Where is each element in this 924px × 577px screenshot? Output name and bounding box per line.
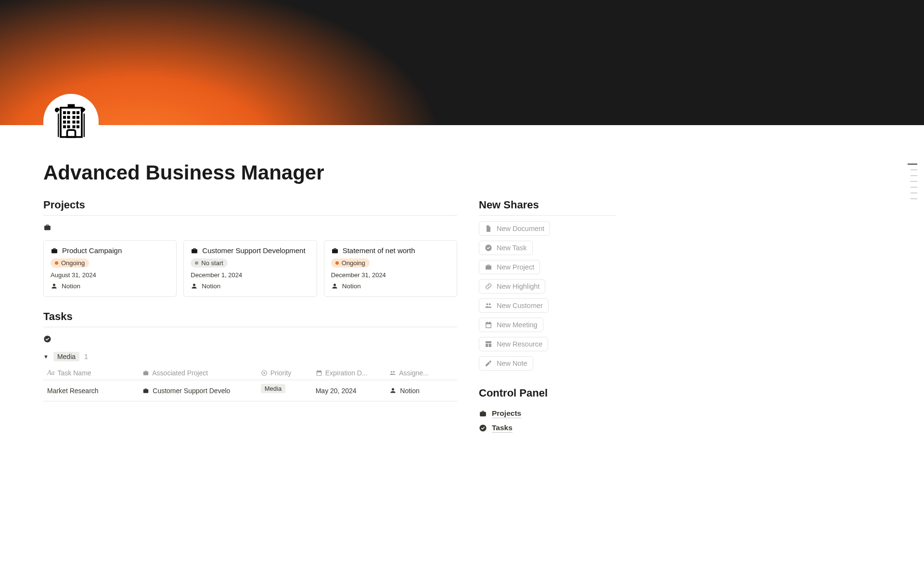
- briefcase-icon: [51, 247, 58, 255]
- task-project-cell: Customer Support Develo: [153, 387, 230, 395]
- col-priority[interactable]: Priority: [270, 369, 292, 377]
- project-title: Customer Support Development: [202, 246, 305, 255]
- tasks-heading: Tasks: [43, 310, 457, 327]
- project-card[interactable]: Customer Support Development No start De…: [183, 240, 317, 297]
- svg-rect-17: [63, 125, 65, 128]
- task-expiration-cell: May 20, 2024: [316, 387, 357, 395]
- check-circle-icon: [43, 335, 51, 343]
- new-project-button[interactable]: New Project: [479, 260, 540, 274]
- cover-image: [0, 0, 924, 125]
- project-date: August 31, 2024: [51, 271, 169, 279]
- person-icon: [331, 282, 338, 290]
- project-owner: Notion: [331, 282, 450, 290]
- svg-rect-8: [76, 111, 79, 114]
- svg-rect-4: [67, 104, 75, 107]
- svg-rect-7: [72, 111, 75, 114]
- briefcase-icon: [43, 223, 51, 231]
- svg-rect-20: [76, 125, 79, 128]
- new-note-button[interactable]: New Note: [479, 356, 533, 371]
- briefcase-icon: [331, 247, 339, 255]
- task-group-count: 1: [84, 353, 88, 360]
- project-title: Product Campaign: [62, 246, 122, 255]
- people-icon: [485, 302, 492, 309]
- project-owner: Notion: [51, 282, 169, 290]
- project-card[interactable]: Statement of net worth Ongoing December …: [324, 240, 457, 297]
- svg-rect-18: [67, 125, 70, 128]
- svg-rect-11: [72, 115, 75, 118]
- svg-rect-16: [76, 120, 79, 123]
- projects-heading: Projects: [43, 199, 457, 216]
- col-task-name[interactable]: Task Name: [58, 369, 91, 377]
- new-customer-button[interactable]: New Customer: [479, 298, 549, 313]
- col-expiration[interactable]: Expiration D...: [325, 369, 368, 377]
- projects-gallery: Product Campaign Ongoing August 31, 2024…: [43, 240, 457, 297]
- project-title: Statement of net worth: [343, 246, 415, 255]
- task-assignee-cell: Notion: [400, 387, 419, 395]
- task-name-cell: Market Research: [47, 387, 99, 395]
- link-icon: [485, 282, 492, 290]
- svg-rect-10: [67, 115, 70, 118]
- project-owner: Notion: [191, 282, 309, 290]
- control-panel-projects[interactable]: Projects: [479, 409, 616, 418]
- new-highlight-button[interactable]: New Highlight: [479, 279, 545, 294]
- status-badge: Ongoing: [51, 258, 89, 268]
- tasks-view-tab[interactable]: [43, 333, 51, 345]
- project-date: December 1, 2024: [191, 271, 309, 279]
- page-icon[interactable]: [43, 94, 99, 149]
- project-card[interactable]: Product Campaign Ongoing August 31, 2024…: [43, 240, 177, 297]
- pencil-icon: [485, 359, 492, 367]
- status-badge: Ongoing: [331, 258, 370, 268]
- task-priority-cell: Media: [261, 384, 285, 393]
- task-group-header[interactable]: ▼ Media 1: [43, 352, 457, 361]
- task-group-name: Media: [53, 352, 79, 361]
- check-icon: [479, 424, 487, 432]
- svg-rect-9: [63, 115, 65, 118]
- new-meeting-button[interactable]: New Meeting: [479, 318, 543, 332]
- chevron-down-icon: ▼: [43, 354, 49, 359]
- person-icon: [191, 282, 198, 290]
- svg-rect-13: [63, 120, 65, 123]
- svg-rect-15: [72, 120, 75, 123]
- layout-icon: [485, 340, 492, 348]
- col-associated-project[interactable]: Associated Project: [152, 369, 208, 377]
- new-document-button[interactable]: New Document: [479, 221, 550, 236]
- briefcase-icon: [191, 247, 198, 255]
- status-badge: No start: [191, 258, 228, 268]
- new-resource-button[interactable]: New Resource: [479, 337, 548, 351]
- table-row[interactable]: Market Research Customer Support Develo …: [43, 380, 457, 401]
- briefcase-icon: [479, 410, 487, 418]
- check-icon: [485, 244, 492, 252]
- calendar-icon: [485, 321, 492, 329]
- briefcase-icon: [485, 263, 492, 271]
- doc-icon: [485, 225, 492, 232]
- project-date: December 31, 2024: [331, 271, 450, 279]
- col-assignee[interactable]: Assigne...: [399, 369, 428, 377]
- page-outline[interactable]: [908, 164, 917, 199]
- svg-rect-5: [63, 111, 65, 114]
- page-title[interactable]: Advanced Business Manager: [43, 161, 616, 184]
- tasks-table: AaTask Name Associated Project Priority …: [43, 366, 457, 401]
- building-icon: [52, 103, 90, 141]
- svg-rect-12: [76, 115, 79, 118]
- control-panel-tasks[interactable]: Tasks: [479, 423, 616, 432]
- projects-view-tab[interactable]: [43, 221, 51, 233]
- svg-rect-6: [67, 111, 70, 114]
- new-task-button[interactable]: New Task: [479, 241, 533, 255]
- control-panel-heading: Control Panel: [479, 387, 616, 403]
- svg-rect-14: [67, 120, 70, 123]
- svg-rect-19: [72, 125, 75, 128]
- person-icon: [51, 282, 58, 290]
- new-shares-heading: New Shares: [479, 199, 616, 216]
